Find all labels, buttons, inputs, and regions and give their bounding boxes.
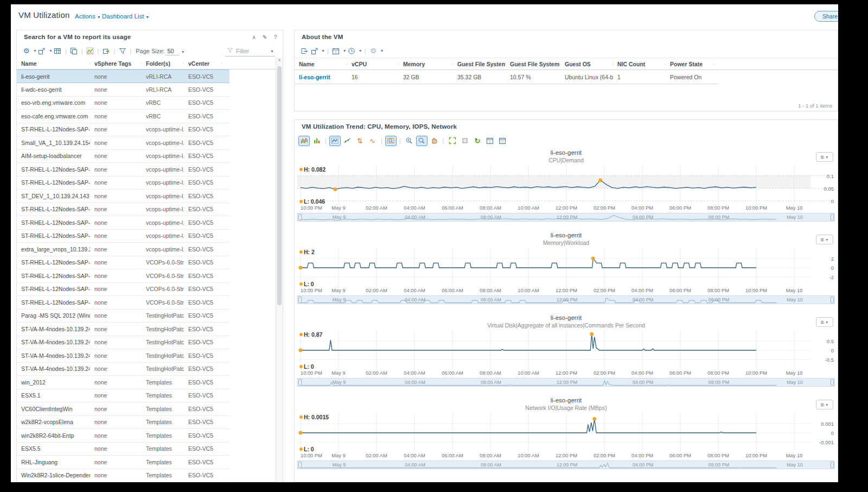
chart-plot-area[interactable]: H: 0.0015L: 00.0010-0.001 [297,413,835,452]
table-row[interactable]: ST-VA-M-4nodes-10.139.24...noneTestingHo… [17,336,229,350]
send-to-icon[interactable] [101,46,111,55]
table-row[interactable]: w2k8R2-vcopsElenanoneTemplatesESO-VC5 [17,416,229,430]
page-size-select[interactable]: Page Size:50▼ [136,48,184,54]
chart-icon[interactable] [86,46,95,55]
table-row[interactable]: ST-RHEL-L-12Nodes-SAP-10...noneVCOPs-6.0… [17,256,229,270]
anomaly-wave-icon[interactable]: ∿ [367,136,378,146]
chart-menu-button[interactable]: ≡▼ [816,317,833,327]
column-header-vcenter[interactable]: vCenter [184,60,222,67]
table-row[interactable]: VC60ClientIntegWinnoneTemplatesESO-VC5 [17,402,229,416]
gear-icon[interactable]: ⚙ [22,46,31,55]
chart-plot-area[interactable]: H: 2L: 020-2 [297,248,835,287]
table-row[interactable]: ESX5.5noneTemplatesESO-VC5 [17,443,229,456]
table-row[interactable]: li-wdc-eso-gerritnonevRLI-RCAESO-VC5 [17,83,229,97]
zoom-selection-icon[interactable] [416,136,427,146]
edit-icon[interactable]: ✎ [263,34,267,40]
overview-right-handle[interactable] [831,214,834,220]
table-row[interactable]: ST-RHEL-L-12Nodes-SAP-10...nonevcops-upt… [17,203,229,217]
overview-left-handle[interactable] [298,462,302,468]
chart-plot-area[interactable]: H: 0.87L: 00.50-0.5 [297,331,835,370]
chart-overview-band[interactable]: May 904:00 AM08:00 AM12:00 PM04:00 PM08:… [297,295,835,304]
table-row[interactable]: Small_VA_1_10.139.24.154nonevcops-uptime… [17,136,229,150]
table-row[interactable]: Win2k8R2-1slice-Dependenc...noneTemplate… [17,469,229,483]
chart-overview-band[interactable]: May 904:00 AM08:00 AM12:00 PM04:00 PM08:… [297,378,835,387]
compare-arrows-icon[interactable]: ⇅ [354,136,366,146]
actions-menu[interactable]: Actions▼ [75,13,101,20]
bar-chart-icon[interactable] [311,136,322,146]
table-row[interactable]: ST-VA-M-4nodes-10.139.24...noneTestingHo… [17,363,229,376]
about-column-header[interactable]: Guest File System Capacity [453,61,506,67]
chart-overview-band[interactable]: May 904:00 AM08:00 AM12:00 PM04:00 PM08:… [297,213,835,222]
split-view-icon[interactable] [459,136,470,146]
help-icon[interactable]: ? [274,34,277,40]
table-row[interactable]: AIM-setup-loadbalancernonevcops-uptime-l… [17,150,229,163]
date-icon[interactable]: 1 [484,136,495,146]
table-row[interactable]: ST-RHEL-L-12Nodes-SAP-10...noneVCOPs-6.0… [17,283,229,297]
table-row[interactable]: win_2012noneTemplatesESO-VC5 [17,376,229,389]
refresh-icon[interactable]: ↻ [471,136,483,146]
table-row[interactable]: RHL-JinguangnoneTemplatesESO-VC5 [17,456,229,469]
vertical-scrollbar[interactable]: ∧ [276,58,283,482]
clock-icon[interactable] [347,46,356,55]
table-row[interactable]: li-eso-gerritnonevRLI-RCAESO-VC5 [17,70,229,83]
calendar-icon[interactable]: 1 [331,46,341,55]
chart-menu-button[interactable]: ≡▼ [816,152,833,162]
line-chart-icon[interactable] [329,136,341,146]
overview-right-handle[interactable] [831,297,834,303]
datagrid-icon[interactable] [53,46,62,55]
trend-line-icon[interactable] [342,136,353,146]
table-row[interactable]: ST-RHEL-L-12Nodes-SAP-10...nonevcops-upt… [17,163,229,176]
table-row[interactable]: ST-RHEL-L-12Nodes-SAP-10...nonevcops-upt… [17,123,229,137]
chart-menu-button[interactable]: ≡▼ [816,235,833,244]
table-row[interactable]: extra_large_vrops_10.139.2...nonevcops-u… [17,243,229,256]
about-column-header[interactable]: Power State [666,61,714,67]
table-row[interactable]: ST-VA-M-4nodes-10.139.24...noneTestingHo… [17,349,229,363]
resize-icon[interactable] [37,46,47,55]
table-row[interactable]: win2k8R2-64bit-EntpnoneTemplatesESO-VC5 [17,429,229,443]
gear-icon[interactable]: ⚙ [369,46,378,55]
about-column-header[interactable]: Guest File System Usage % [506,61,560,67]
filter-icon[interactable] [118,46,127,55]
date-range-icon[interactable] [496,136,508,146]
share-button[interactable]: Share [814,11,838,22]
overview-left-handle[interactable] [298,379,302,386]
collapse-icon[interactable]: ∧ [252,34,257,40]
chart-menu-button[interactable]: ≡▼ [816,400,833,409]
resize-icon[interactable] [310,46,319,55]
export-icon[interactable] [299,46,309,55]
overview-right-handle[interactable] [831,462,834,468]
table-row[interactable]: ST-RHEL-L-12Nodes-SAP-10...nonevcops-upt… [17,176,229,190]
overview-right-handle[interactable] [831,379,834,386]
table-row[interactable]: ST-RHEL-L-12Nodes-SAP-10...noneVCOPs-6.0… [17,296,229,310]
table-row[interactable]: ST-VA-M-4nodes-10.139.24...noneTestingHo… [17,323,229,336]
about-column-header[interactable]: Guest OS [560,61,613,67]
chart-plot-area[interactable]: H: 0.082L: 0.0460.10.050 [297,166,835,205]
vm-name-link[interactable]: li-eso-gerrit [295,74,347,80]
overview-left-handle[interactable] [298,297,302,303]
scrollbar-thumb[interactable] [277,66,282,305]
table-row[interactable]: Parag -MS SQL 2012 (Windo...noneTestingH… [17,310,229,323]
table-row[interactable]: eso-vrb.eng.vmware.comnonevRBCESO-VC5 [17,97,229,110]
about-column-header[interactable]: Memory [399,61,453,67]
scroll-up-icon[interactable]: ∧ [278,58,281,62]
about-column-header[interactable]: vCPU [347,61,399,67]
table-row[interactable]: ESX5.1noneTemplatesESO-VC5 [17,389,229,403]
table-row[interactable]: ST_DEV_1_10.139.24.143nonevcops-uptime-l… [17,190,229,203]
column-header-folder-s-[interactable]: Folder(s) [142,60,184,67]
about-column-header[interactable]: Name [295,61,347,67]
dashboard-list-menu[interactable]: Dashboard List▼ [102,13,149,20]
filter-input[interactable]: Filter ▼ [225,46,275,56]
chart-overview-band[interactable]: May 904:00 AM08:00 AM12:00 PM04:00 PM08:… [297,461,835,469]
table-row[interactable]: ST-RHEL-L-12Nodes-SAP-10...nonevcops-upt… [17,230,229,243]
pan-hand-icon[interactable] [429,136,440,146]
metric-chart-icon[interactable] [298,136,310,146]
column-header-name[interactable]: Name [17,60,90,67]
zoom-in-icon[interactable] [404,136,415,146]
column-header-vsphere-tags[interactable]: vSphere Tags [90,60,142,67]
zoom-region-icon[interactable] [385,136,397,146]
copy-icon[interactable] [69,46,79,55]
fullscreen-icon[interactable] [446,136,458,146]
table-row[interactable]: ST-RHEL-L-12Nodes-SAP-10...nonevcops-upt… [17,216,229,230]
table-row[interactable]: ST-RHEL-L-12Nodes-SAP-10...noneVCOPs-6.0… [17,269,229,283]
about-column-header[interactable]: NIC Count [613,61,666,67]
